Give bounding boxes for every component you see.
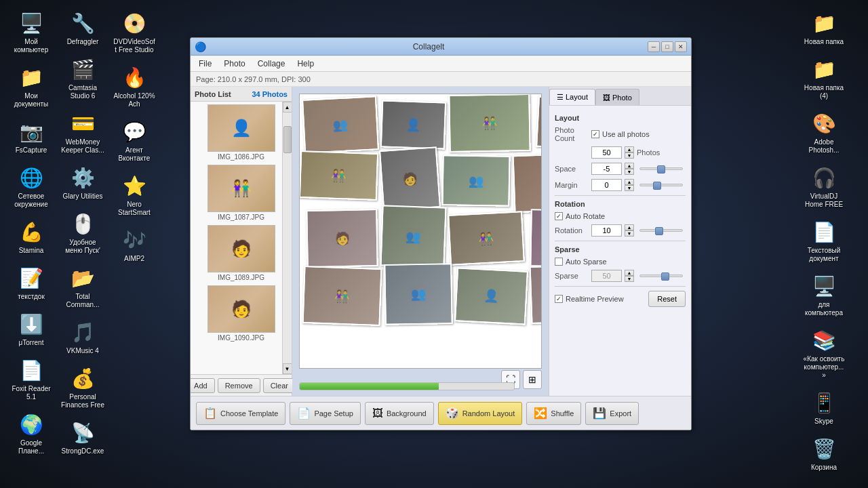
desktop-icon-new-folder-1[interactable]: 📁 Новая папка bbox=[800, 7, 848, 49]
auto-rotate-checkbox[interactable] bbox=[555, 212, 563, 220]
photo-list-scroll[interactable]: 👤 IMG_1086.JPG 👫 IMG_1087.JPG bbox=[191, 102, 292, 374]
photo-count-input[interactable] bbox=[591, 146, 622, 159]
desktop-icon-fscapture[interactable]: 📷 FsCapture bbox=[7, 115, 56, 157]
desktop-icon-recycle[interactable]: 🗑️ Корзина bbox=[800, 432, 848, 474]
background-button[interactable]: 🖼 Background bbox=[365, 402, 434, 425]
sparse-up[interactable]: ▲ bbox=[625, 270, 634, 276]
sparse-slider[interactable] bbox=[639, 274, 683, 277]
menu-help[interactable]: Help bbox=[292, 58, 319, 70]
collage-photo: 👤 bbox=[530, 209, 542, 268]
auto-rotate-label: Auto Rotate bbox=[566, 212, 605, 220]
photo-count-down[interactable]: ▼ bbox=[625, 152, 634, 159]
fullscreen-button[interactable]: ⊞ bbox=[523, 370, 542, 389]
menu-collage[interactable]: Collage bbox=[252, 58, 291, 70]
auto-sparse-checkbox[interactable] bbox=[555, 258, 563, 266]
menu-photo[interactable]: Photo bbox=[218, 58, 250, 70]
desktop-icon-virtualdj[interactable]: 🎧 VirtualDJ Home FREE bbox=[800, 161, 848, 211]
desktop-icon-book[interactable]: 📚 «Как освоить компьютер...» bbox=[800, 324, 848, 382]
space-input[interactable] bbox=[591, 163, 622, 175]
clear-button[interactable]: Clear bbox=[263, 378, 296, 393]
strongdc-label: StrongDC.exe bbox=[62, 447, 104, 455]
random-layout-button[interactable]: 🎲 Random Layout bbox=[438, 402, 523, 425]
desktop-icon-foxit[interactable]: 📄 Foxit Reader 5.1 bbox=[7, 354, 56, 404]
sparse-slider-thumb[interactable] bbox=[661, 272, 669, 281]
rotation-slider-thumb[interactable] bbox=[655, 227, 663, 235]
desktop-icon-my-computer[interactable]: 🖥️ Мойкомпьютер bbox=[7, 7, 56, 57]
desktop-icon-photoshop[interactable]: 🎨 Adobe Photosh... bbox=[800, 107, 848, 157]
rotation-up[interactable]: ▲ bbox=[625, 224, 634, 230]
desktop-icon-stamina[interactable]: 💪 Stamina bbox=[7, 216, 56, 258]
remove-button[interactable]: Remove bbox=[218, 378, 260, 393]
desktop-icon-total-commander[interactable]: 📂 Total Comman... bbox=[58, 262, 107, 312]
desktop-icon-webmoney[interactable]: 💳 WebMoney Keeper Clas... bbox=[58, 107, 107, 157]
space-up[interactable]: ▲ bbox=[625, 163, 634, 169]
desktop-icon-google-maps[interactable]: 🌍 Google Плане... bbox=[7, 408, 56, 458]
list-item[interactable]: 👫 IMG_1087.JPG bbox=[193, 165, 289, 221]
space-slider-thumb[interactable] bbox=[657, 165, 665, 174]
margin-down[interactable]: ▼ bbox=[625, 185, 634, 191]
choose-template-button[interactable]: 📋 Choose Template bbox=[196, 402, 285, 425]
rotation-input[interactable] bbox=[591, 224, 622, 237]
title-bar: 🔵 Collagelt ─ □ ✕ bbox=[191, 38, 691, 56]
page-setup-button[interactable]: 📄 Page Setup bbox=[290, 402, 361, 425]
sparse-down[interactable]: ▼ bbox=[625, 276, 634, 282]
menu-file[interactable]: File bbox=[193, 58, 217, 70]
desktop-icon-utorrent[interactable]: ⬇️ μTorrent bbox=[7, 308, 56, 350]
reset-button[interactable]: Reset bbox=[648, 291, 686, 307]
desktop-icon-textdoc[interactable]: 📝 текстдок bbox=[7, 262, 56, 304]
photo-count-label: Photo Count bbox=[555, 126, 589, 142]
desktop-icon-vk-agent[interactable]: 💬 Агент Вконтакте bbox=[110, 115, 159, 165]
scroll-track[interactable] bbox=[283, 113, 292, 363]
desktop-icon-camtasia[interactable]: 🎬 Camtasia Studio 6 bbox=[58, 53, 107, 103]
desktop-icon-dvdsoft[interactable]: 📀 DVDVideoSoft Free Studio bbox=[110, 7, 159, 57]
close-button[interactable]: ✕ bbox=[675, 41, 687, 52]
scroll-thumb[interactable] bbox=[283, 126, 292, 153]
scroll-down-arrow[interactable]: ▼ bbox=[283, 363, 292, 374]
maximize-button[interactable]: □ bbox=[661, 41, 673, 52]
minimize-button[interactable]: ─ bbox=[648, 41, 660, 52]
desktop-icon-nero[interactable]: ⭐ Nero StartSmart bbox=[110, 169, 159, 220]
desktop-icon-alcohol[interactable]: 🔥 Alcohol 120% Ach bbox=[110, 61, 159, 111]
defraggler-label: Defraggler bbox=[67, 38, 99, 46]
export-button[interactable]: 💾 Export bbox=[585, 402, 639, 425]
desktop-icon-vkmusic[interactable]: 🎵 VKMusic 4 bbox=[58, 316, 107, 358]
desktop-icon-for-computer[interactable]: 🖥️ для компьютера bbox=[800, 270, 848, 320]
list-item[interactable]: 👤 IMG_1086.JPG bbox=[193, 104, 289, 161]
desktop-icon-aimp[interactable]: 🎶 AIMP2 bbox=[110, 224, 159, 266]
space-spinners: ▲ ▼ bbox=[625, 163, 634, 175]
desktop-icon-skype[interactable]: 📱 Skype bbox=[800, 386, 848, 428]
scroll-up-arrow[interactable]: ▲ bbox=[283, 102, 292, 113]
list-item[interactable]: 🧑 IMG_1089.JPG bbox=[193, 225, 289, 281]
realtime-preview-checkbox[interactable] bbox=[555, 295, 563, 303]
page-info-text: Page: 210.0 x 297.0 mm, DPI: 300 bbox=[196, 75, 311, 83]
sparse-input[interactable] bbox=[591, 270, 622, 282]
margin-slider[interactable] bbox=[639, 184, 683, 186]
margin-slider-thumb[interactable] bbox=[653, 182, 661, 190]
tab-layout[interactable]: ☰ Layout bbox=[549, 89, 595, 105]
space-down[interactable]: ▼ bbox=[625, 169, 634, 175]
desktop-icon-network[interactable]: 🌐 Сетевоеокружение bbox=[7, 161, 56, 211]
desktop-icon-new-folder-4[interactable]: 📁 Новая папка (4) bbox=[800, 53, 848, 103]
space-slider[interactable] bbox=[639, 167, 683, 170]
photo-count-up[interactable]: ▲ bbox=[625, 146, 634, 152]
rotation-slider[interactable] bbox=[639, 229, 683, 232]
desktop-icon-text-doc[interactable]: 📄 Текстовый документ bbox=[800, 216, 848, 266]
desktop-icon-defraggler[interactable]: 🔧 Defraggler bbox=[58, 7, 107, 49]
rotation-down[interactable]: ▼ bbox=[625, 230, 634, 237]
margin-input[interactable] bbox=[591, 179, 622, 191]
desktop-icon-finances[interactable]: 💰 Personal Finances Free bbox=[58, 362, 107, 412]
shuffle-button[interactable]: 🔀 Shuffle bbox=[526, 402, 581, 425]
desktop-icon-my-documents[interactable]: 📁 Моидокументы bbox=[7, 61, 56, 111]
list-item[interactable]: 🧑 IMG_1090.JPG bbox=[193, 285, 289, 342]
add-button[interactable]: Add bbox=[191, 378, 215, 393]
margin-up[interactable]: ▲ bbox=[625, 179, 634, 185]
desktop-icon-glary[interactable]: ⚙️ Glary Utilities bbox=[58, 161, 107, 203]
tab-photo[interactable]: 🖼 Photo bbox=[595, 89, 639, 105]
page-setup-label: Page Setup bbox=[314, 409, 353, 418]
use-all-photos-checkbox[interactable] bbox=[591, 130, 599, 138]
desktop-icon-start-menu[interactable]: 🖱️ Удобное меню Пуск' bbox=[58, 207, 107, 258]
desktop-icon-strongdc[interactable]: 📡 StrongDC.exe bbox=[58, 416, 107, 458]
my-documents-icon: 📁 bbox=[18, 64, 45, 91]
dvdsoft-label: DVDVideoSoft Free Studio bbox=[113, 38, 156, 54]
photo-list-scrollbar[interactable]: ▲ ▼ bbox=[282, 102, 292, 374]
